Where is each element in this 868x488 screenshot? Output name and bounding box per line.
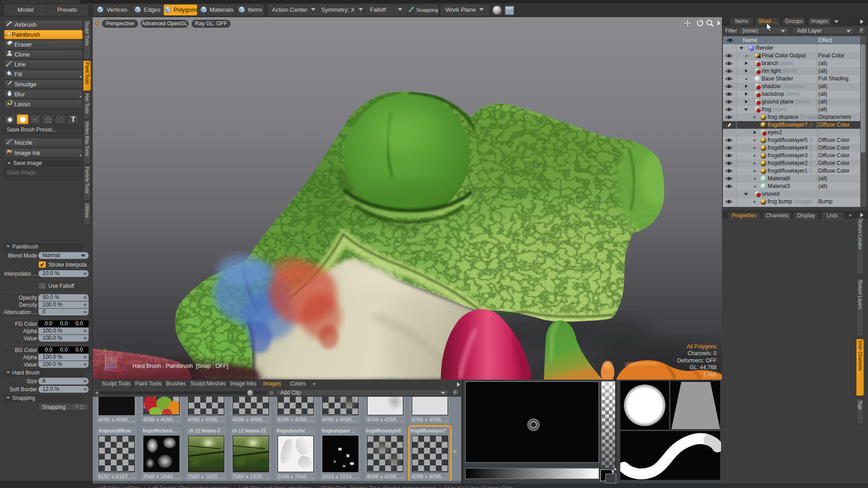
svg-text:Y: Y — [104, 348, 107, 353]
svg-text:Z: Z — [111, 364, 114, 370]
svg-text:X: X — [118, 369, 122, 374]
